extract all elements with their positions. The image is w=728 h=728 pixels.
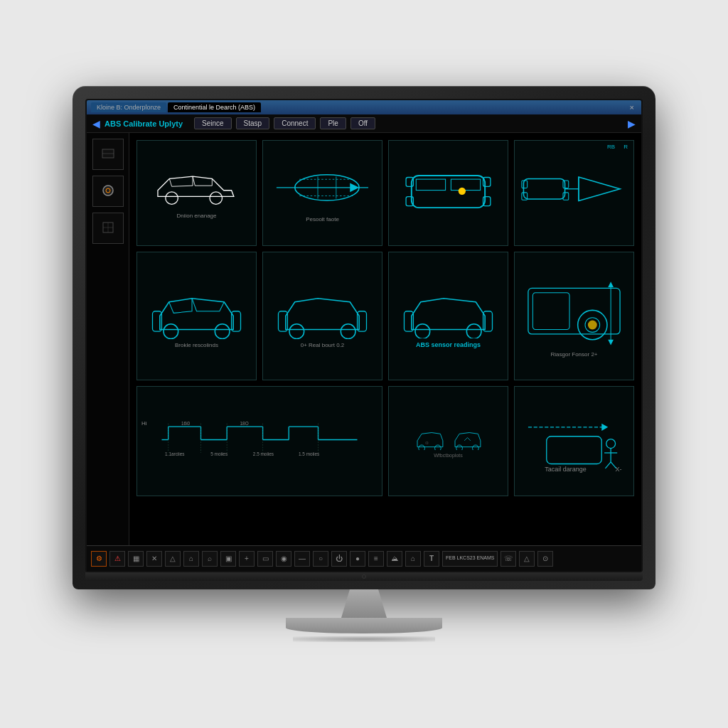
screen: Kloine B: Onderplonze Continential le De… [85,99,643,572]
cell-car-top-dashed: Tacail darange X- [514,386,634,496]
svg-text:X-: X- [616,466,622,473]
svg-text:( ): ( ) [425,441,429,444]
svg-text:16i0: 16i0 [181,421,191,426]
svg-point-83 [606,439,616,449]
cell5-label: Brokle rescolinds [175,342,218,348]
gauge-status-icon[interactable]: ◉ [276,551,291,567]
stasp-button[interactable]: Stasp [236,117,270,129]
cell-signal-diagram: Pesoolt faote [262,140,382,246]
alert2-status-icon[interactable]: △ [519,551,535,567]
ple-button[interactable]: Ple [320,117,346,129]
image-status-icon[interactable]: ▣ [220,551,236,567]
svg-marker-81 [601,424,608,431]
home2-status-icon[interactable]: ⌂ [405,551,421,567]
dot-status-icon[interactable]: ● [350,551,365,567]
svg-rect-25 [522,181,528,188]
cell-car-rear-small: ( ) Wfb [388,386,508,496]
left-sidebar [87,133,129,545]
svg-point-31 [164,324,178,339]
cell9-label: Wfbctboplots [434,453,462,458]
svg-rect-24 [523,178,564,198]
settings-status-icon[interactable]: ⊙ [537,551,553,567]
cam-status-icon[interactable]: ⛰ [387,551,402,567]
cell1-label: Dniion enanage [176,213,216,219]
svg-rect-17 [416,179,445,190]
tab-abs[interactable]: Continential le Dearch (ABS) [168,102,261,112]
nav-arrow-left[interactable]: ◀ [92,118,100,129]
search-status-icon[interactable]: ⌕ [202,551,218,567]
nav-arrow-right[interactable]: ▶ [628,118,636,129]
svg-point-36 [341,324,355,339]
app-title: ABS Calibrate Uplyty [105,119,183,128]
svg-text:Tacail darange: Tacail darange [545,466,587,473]
webcam-dot [362,574,366,579]
cell-car-front-2: 0+ Real bourt 0.2 [262,252,382,380]
monitor-bezel: Kloine B: Onderplonze Continential le De… [73,86,655,589]
diagram-area: Dniion enanage [129,133,641,545]
monitor-stand-shadow [293,636,435,642]
svg-point-78 [456,445,462,450]
service-button[interactable]: Seince [194,117,232,129]
monitor-chin [85,572,643,581]
rb-label: RB [607,144,615,150]
engine-status-icon[interactable]: ⚙ [91,551,107,567]
cell-wheel-diagram: Riasgor Fonsor 2+ [514,252,634,380]
home-status-icon[interactable]: ⌂ [183,551,199,567]
sidebar-item-1[interactable] [92,139,124,170]
cell-car-trailer: RB R [514,140,634,246]
text-status-icon[interactable]: T [424,551,439,567]
svg-point-40 [466,323,481,338]
warning-status-icon[interactable]: ⚠ [109,551,125,567]
phone-status-icon[interactable]: ☏ [500,551,516,567]
cross-status-icon[interactable]: ✕ [146,551,162,567]
svg-point-76 [434,445,441,450]
monitor-wrapper: Kloine B: Onderplonze Continential le De… [73,86,655,642]
title-bar: Kloine B: Onderplonze Continential le De… [87,100,641,114]
off-button[interactable]: Off [350,117,375,129]
svg-line-86 [605,462,611,469]
svg-point-75 [418,445,424,450]
dash-status-icon[interactable]: — [294,551,310,567]
r-label: R [623,144,628,150]
svg-text:1.1arciies: 1.1arciies [165,451,184,456]
cell-car-front-1: Brokle rescolinds [136,252,257,380]
tab-kloine[interactable]: Kloine B: Onderplonze [91,102,166,112]
title-bar-tabs: Kloine B: Onderplonze Continential le De… [91,102,621,112]
triangle-status-icon[interactable]: △ [165,551,181,567]
hi-label: Hi [141,420,147,427]
cell6-label: 0+ Real bourt 0.2 [301,342,345,348]
abs-sensor-label: ABS sensor readings [416,341,481,348]
screen-status-icon[interactable]: ▭ [257,551,273,567]
sidebar-item-2[interactable] [92,176,124,207]
svg-rect-18 [451,179,480,190]
status-bar: ⚙ ⚠ ▦ ✕ △ ⌂ ⌕ ▣ + ▭ ◉ — ○ ⏻ ● ≡ ⛰ ⌂ T [87,545,641,571]
svg-rect-43 [528,289,620,335]
svg-point-39 [415,323,430,338]
connect-button[interactable]: Connect [274,117,316,129]
plus-status-icon[interactable]: + [239,551,255,567]
minus-status-icon[interactable]: ○ [313,551,328,567]
svg-marker-48 [608,282,614,288]
cell-car-side-white: Dniion enanage [136,140,257,246]
svg-point-2 [103,186,113,196]
svg-rect-16 [412,176,485,208]
svg-text:2.5 moiies: 2.5 moiies [253,451,274,456]
close-button[interactable]: × [627,103,637,112]
svg-text:18O: 18O [240,421,249,426]
main-content: Dniion enanage [87,133,641,545]
app-toolbar: ◀ ABS Calibrate Uplyty Seince Stasp Conn… [87,114,641,133]
svg-rect-27 [563,181,569,188]
cell8-label: Riasgor Fonsor 2+ [550,351,597,358]
grid-status-icon[interactable]: ▦ [128,551,144,567]
diagram-grid: Dniion enanage [136,140,634,538]
power-status-icon[interactable]: ⏻ [331,551,347,567]
sidebar-item-3[interactable] [92,213,124,244]
cell-abs-readings: ABS sensor readings [388,252,508,380]
version-text: FEB LKCS23 ENAMS [442,551,498,567]
layers-status-icon[interactable]: ≡ [368,551,384,567]
svg-point-7 [166,192,178,204]
svg-rect-28 [563,193,569,200]
svg-point-50 [588,321,597,330]
waveform-cell: Hi [136,386,382,496]
svg-text:1.5 moiies: 1.5 moiies [299,451,319,456]
